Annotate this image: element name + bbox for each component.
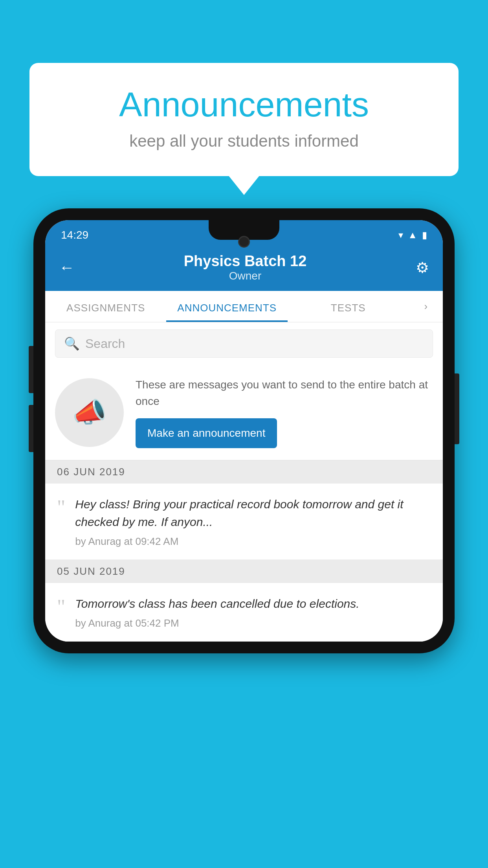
- tabs-container: ASSIGNMENTS ANNOUNCEMENTS TESTS ›: [45, 291, 443, 322]
- search-container: 🔍 Search: [45, 322, 443, 365]
- tab-assignments[interactable]: ASSIGNMENTS: [45, 291, 166, 322]
- signal-icon: ▲: [408, 230, 417, 241]
- tab-announcements[interactable]: ANNOUNCEMENTS: [166, 291, 287, 322]
- wifi-icon: ▾: [398, 230, 403, 241]
- announcement-text-2: Tomorrow's class has been cancelled due …: [75, 595, 431, 612]
- quote-icon-1: ": [57, 497, 65, 518]
- search-icon: 🔍: [64, 336, 80, 351]
- phone-screen: 14:29 ▾ ▲ ▮ ← Physics Batch 12 Owner ⚙: [45, 220, 443, 642]
- announcement-promo: 📣 These are messages you want to send to…: [45, 365, 443, 460]
- search-input[interactable]: Search: [85, 337, 125, 351]
- tab-tests[interactable]: TESTS: [288, 291, 409, 322]
- announcement-by-1: by Anurag at 09:42 AM: [75, 535, 178, 547]
- quote-icon-2: ": [57, 597, 65, 617]
- announcement-text-1: Hey class! Bring your practical record b…: [75, 495, 431, 531]
- settings-button[interactable]: ⚙: [416, 259, 429, 276]
- speech-bubble-title: Announcements: [53, 85, 435, 125]
- announcement-content-2: Tomorrow's class has been cancelled due …: [75, 595, 431, 629]
- promo-text: These are messages you want to send to t…: [136, 377, 433, 410]
- back-button[interactable]: ←: [59, 259, 75, 276]
- make-announcement-button[interactable]: Make an announcement: [136, 418, 277, 448]
- promo-content: These are messages you want to send to t…: [136, 377, 433, 448]
- promo-icon-circle: 📣: [55, 378, 124, 447]
- date-separator-2: 05 JUN 2019: [45, 560, 443, 583]
- status-time: 14:29: [61, 229, 88, 241]
- search-box[interactable]: 🔍 Search: [55, 329, 433, 358]
- phone-notch: [209, 220, 279, 240]
- phone-camera: [238, 236, 250, 248]
- speech-bubble-subtitle: keep all your students informed: [53, 132, 435, 151]
- announcement-by-2: by Anurag at 05:42 PM: [75, 617, 179, 629]
- phone-wrapper: 14:29 ▾ ▲ ▮ ← Physics Batch 12 Owner ⚙: [33, 208, 455, 653]
- announcement-item-1[interactable]: " Hey class! Bring your practical record…: [45, 484, 443, 560]
- phone-button-volume-up[interactable]: [29, 346, 33, 393]
- phone-button-volume-down[interactable]: [29, 405, 33, 452]
- speech-bubble: Announcements keep all your students inf…: [29, 63, 459, 176]
- header-center: Physics Batch 12 Owner: [184, 253, 307, 282]
- tab-more[interactable]: ›: [409, 291, 443, 322]
- header-subtitle: Owner: [184, 270, 307, 282]
- megaphone-icon: 📣: [72, 396, 106, 428]
- battery-icon: ▮: [422, 230, 427, 241]
- header-title: Physics Batch 12: [184, 253, 307, 270]
- date-separator-1: 06 JUN 2019: [45, 460, 443, 484]
- phone: 14:29 ▾ ▲ ▮ ← Physics Batch 12 Owner ⚙: [33, 208, 455, 653]
- app-header: ← Physics Batch 12 Owner ⚙: [45, 246, 443, 291]
- status-icons: ▾ ▲ ▮: [398, 230, 427, 241]
- announcement-item-2[interactable]: " Tomorrow's class has been cancelled du…: [45, 583, 443, 642]
- phone-button-power[interactable]: [455, 373, 459, 444]
- speech-bubble-container: Announcements keep all your students inf…: [29, 63, 459, 176]
- announcement-content-1: Hey class! Bring your practical record b…: [75, 495, 431, 548]
